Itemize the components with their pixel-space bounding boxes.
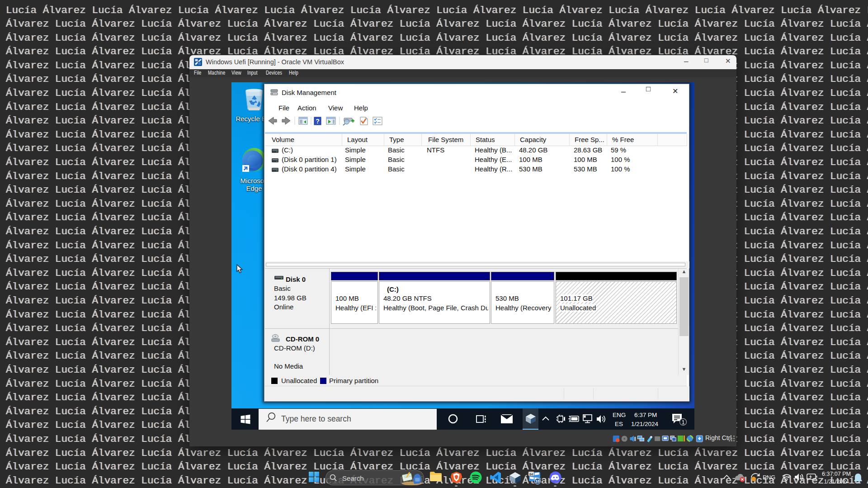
svg-text:64: 64: [529, 473, 533, 476]
svg-text:1: 1: [682, 419, 685, 426]
svg-text:?: ?: [316, 118, 320, 125]
svg-text:10: 10: [535, 479, 540, 483]
